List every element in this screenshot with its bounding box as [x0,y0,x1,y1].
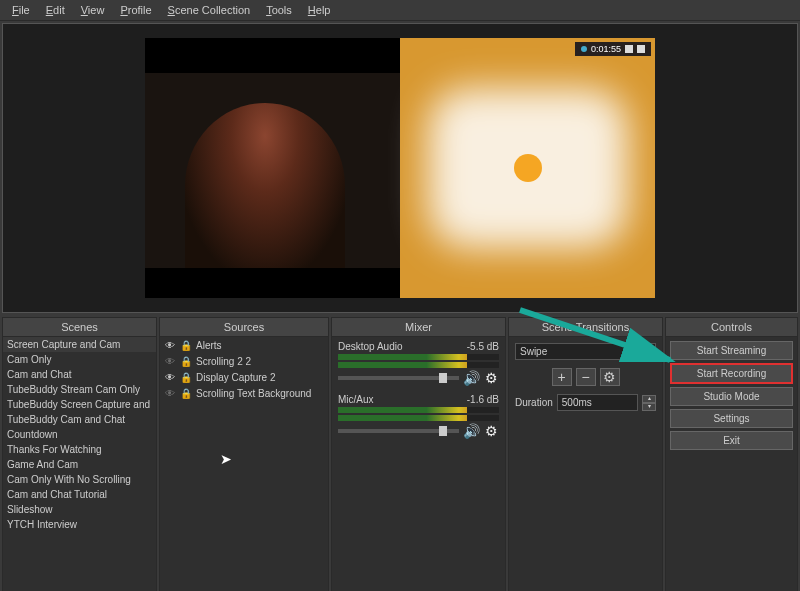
scene-item[interactable]: Slideshow [3,502,156,517]
preview-canvas[interactable]: 0:01:55 [145,38,655,298]
sources-panel: Sources 👁 🔒 Alerts 👁 🔒 Scrolling 2 2 👁 🔒… [159,317,329,591]
speaker-icon[interactable]: 🔊 [463,370,479,386]
add-transition-button[interactable]: + [552,368,572,386]
exit-button[interactable]: Exit [670,431,793,450]
timer-box-icon [637,45,645,53]
transitions-body: Swipe + − ⚙ Duration 500ms ▴▾ [509,337,662,591]
scene-item[interactable]: Cam and Chat [3,367,156,382]
source-item[interactable]: 👁 🔒 Scrolling Text Background [160,385,328,401]
scene-item[interactable]: TubeBuddy Cam and Chat [3,412,156,427]
controls-header: Controls [666,318,797,337]
person-figure [185,103,345,268]
source-item[interactable]: 👁 🔒 Display Capture 2 [160,369,328,385]
lock-icon[interactable]: 🔒 [180,355,192,367]
duration-input[interactable]: 500ms [557,394,638,411]
visibility-off-icon[interactable]: 👁 [164,387,176,399]
start-recording-button[interactable]: Start Recording [670,363,793,384]
source-label: Scrolling 2 2 [196,356,251,367]
scenes-list[interactable]: Screen Capture and Cam Cam Only Cam and … [3,337,156,591]
source-label: Display Capture 2 [196,372,275,383]
preview-area: 0:01:55 [2,23,798,313]
menu-help[interactable]: Help [300,2,339,18]
source-item[interactable]: 👁 🔒 Alerts [160,337,328,353]
controls-panel: Controls Start Streaming Start Recording… [665,317,798,591]
volume-slider[interactable] [338,429,459,433]
sources-list[interactable]: 👁 🔒 Alerts 👁 🔒 Scrolling 2 2 👁 🔒 Display… [160,337,328,591]
mixer-body: Desktop Audio -5.5 dB 🔊 ⚙ Mic/Aux -1.6 d… [332,337,505,591]
source-label: Alerts [196,340,222,351]
channel-db: -1.6 dB [467,394,499,405]
scene-item[interactable]: Thanks For Watching [3,442,156,457]
audio-meter [338,362,499,368]
menu-profile[interactable]: Profile [112,2,159,18]
gear-icon[interactable]: ⚙ [483,370,499,386]
channel-name: Desktop Audio [338,341,403,352]
menu-bar: File Edit View Profile Scene Collection … [0,0,800,21]
scene-item[interactable]: YTCH Interview [3,517,156,532]
scene-item[interactable]: Screen Capture and Cam [3,337,156,352]
source-item[interactable]: 👁 🔒 Scrolling 2 2 [160,353,328,369]
studio-mode-button[interactable]: Studio Mode [670,387,793,406]
scenes-panel: Scenes Screen Capture and Cam Cam Only C… [2,317,157,591]
mixer-panel: Mixer Desktop Audio -5.5 dB 🔊 ⚙ Mic/Aux [331,317,506,591]
discord-source: 0:01:55 [400,38,655,298]
webcam-source [145,73,400,268]
menu-edit[interactable]: Edit [38,2,73,18]
scene-item[interactable]: Cam and Chat Tutorial [3,487,156,502]
timer-text: 0:01:55 [591,44,621,54]
lock-icon[interactable]: 🔒 [180,387,192,399]
sources-header: Sources [160,318,328,337]
audio-meter [338,407,499,413]
start-streaming-button[interactable]: Start Streaming [670,341,793,360]
transitions-header: Scene Transitions [509,318,662,337]
recording-timer: 0:01:55 [575,42,651,56]
scene-item[interactable]: Cam Only With No Scrolling [3,472,156,487]
audio-meter [338,415,499,421]
settings-button[interactable]: Settings [670,409,793,428]
scene-item[interactable]: Game And Cam [3,457,156,472]
channel-db: -5.5 dB [467,341,499,352]
duration-spinner[interactable]: ▴▾ [642,395,656,411]
volume-slider[interactable] [338,376,459,380]
menu-file[interactable]: File [4,2,38,18]
channel-name: Mic/Aux [338,394,374,405]
scenes-header: Scenes [3,318,156,337]
scene-item[interactable]: TubeBuddy Stream Cam Only [3,382,156,397]
audio-meter [338,354,499,360]
menu-tools[interactable]: Tools [258,2,300,18]
visibility-icon[interactable]: 👁 [164,339,176,351]
scene-item[interactable]: TubeBuddy Screen Capture and [3,397,156,412]
mixer-channel: Desktop Audio -5.5 dB 🔊 ⚙ [332,337,505,390]
source-label: Scrolling Text Background [196,388,311,399]
visibility-icon[interactable]: 👁 [164,371,176,383]
cursor-icon: ➤ [220,451,232,467]
transition-select[interactable]: Swipe [515,343,656,360]
lock-icon[interactable]: 🔒 [180,371,192,383]
discord-emoji-icon [514,154,542,182]
mixer-channel: Mic/Aux -1.6 dB 🔊 ⚙ [332,390,505,443]
transition-settings-button[interactable]: ⚙ [600,368,620,386]
mixer-header: Mixer [332,318,505,337]
scene-item[interactable]: Countdown [3,427,156,442]
menu-scene-collection[interactable]: Scene Collection [160,2,259,18]
timer-dot-icon [581,46,587,52]
gear-icon[interactable]: ⚙ [483,423,499,439]
timer-stop-icon [625,45,633,53]
controls-body: Start Streaming Start Recording Studio M… [666,337,797,591]
visibility-off-icon[interactable]: 👁 [164,355,176,367]
scene-item[interactable]: Cam Only [3,352,156,367]
remove-transition-button[interactable]: − [576,368,596,386]
menu-view[interactable]: View [73,2,113,18]
lock-icon[interactable]: 🔒 [180,339,192,351]
speaker-icon[interactable]: 🔊 [463,423,479,439]
duration-label: Duration [515,397,553,408]
bottom-panels: Scenes Screen Capture and Cam Cam Only C… [0,315,800,591]
transitions-panel: Scene Transitions Swipe + − ⚙ Duration 5… [508,317,663,591]
